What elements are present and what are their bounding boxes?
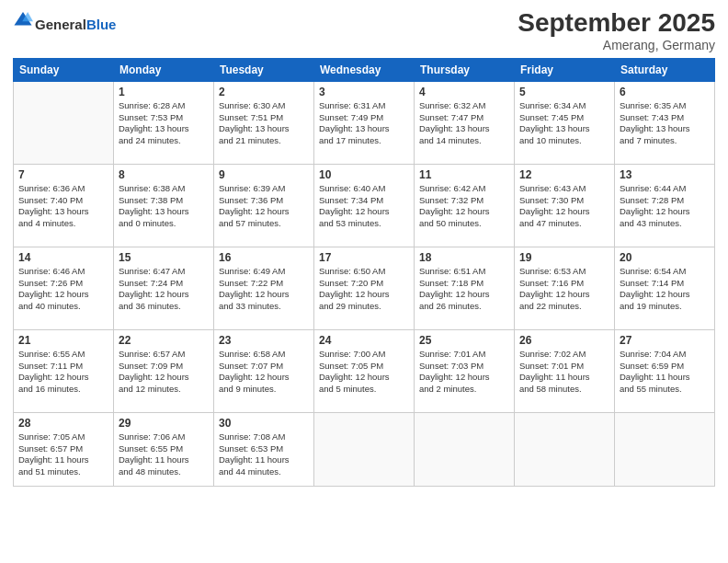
date-number: 30	[219, 417, 309, 430]
calendar-cell: 3Sunrise: 6:31 AM Sunset: 7:49 PM Daylig…	[314, 81, 415, 164]
date-number: 5	[519, 86, 609, 98]
calendar-cell: 14Sunrise: 6:46 AM Sunset: 7:26 PM Dayli…	[14, 247, 114, 329]
calendar-cell: 6Sunrise: 6:35 AM Sunset: 7:43 PM Daylig…	[615, 81, 715, 164]
calendar-cell: 29Sunrise: 7:06 AM Sunset: 6:55 PM Dayli…	[114, 412, 214, 486]
day-info: Sunrise: 7:05 AM Sunset: 6:57 PM Dayligh…	[18, 431, 108, 478]
calendar-cell: 2Sunrise: 6:30 AM Sunset: 7:51 PM Daylig…	[214, 81, 314, 164]
calendar-cell: 28Sunrise: 7:05 AM Sunset: 6:57 PM Dayli…	[14, 412, 114, 486]
date-number: 28	[18, 417, 108, 430]
day-header-cell: Tuesday	[214, 58, 314, 81]
logo-general-text: General	[35, 17, 86, 32]
title-area: September 2025 Amerang, Germany	[518, 9, 715, 52]
date-number: 16	[219, 251, 309, 264]
date-number: 15	[119, 251, 209, 264]
day-info: Sunrise: 6:44 AM Sunset: 7:28 PM Dayligh…	[620, 183, 710, 230]
date-number: 29	[119, 417, 209, 430]
calendar-week-row: 28Sunrise: 7:05 AM Sunset: 6:57 PM Dayli…	[14, 412, 715, 486]
calendar-cell: 21Sunrise: 6:55 AM Sunset: 7:11 PM Dayli…	[14, 329, 114, 412]
calendar-cell: 25Sunrise: 7:01 AM Sunset: 7:03 PM Dayli…	[415, 329, 515, 412]
calendar-cell: 18Sunrise: 6:51 AM Sunset: 7:18 PM Dayli…	[415, 247, 515, 329]
calendar-cell: 7Sunrise: 6:36 AM Sunset: 7:40 PM Daylig…	[14, 164, 114, 247]
calendar-cell: 27Sunrise: 7:04 AM Sunset: 6:59 PM Dayli…	[615, 329, 715, 412]
calendar-cell: 5Sunrise: 6:34 AM Sunset: 7:45 PM Daylig…	[515, 81, 615, 164]
day-info: Sunrise: 6:43 AM Sunset: 7:30 PM Dayligh…	[519, 183, 609, 230]
calendar-cell: 30Sunrise: 7:08 AM Sunset: 6:53 PM Dayli…	[214, 412, 314, 486]
logo: GeneralBlue	[13, 9, 116, 31]
calendar-cell: 13Sunrise: 6:44 AM Sunset: 7:28 PM Dayli…	[615, 164, 715, 247]
page-title: September 2025	[518, 9, 715, 38]
calendar-week-row: 1Sunrise: 6:28 AM Sunset: 7:53 PM Daylig…	[14, 81, 715, 164]
calendar-cell	[415, 412, 515, 486]
date-number: 14	[18, 251, 108, 264]
day-info: Sunrise: 6:30 AM Sunset: 7:51 PM Dayligh…	[219, 100, 309, 147]
day-info: Sunrise: 7:04 AM Sunset: 6:59 PM Dayligh…	[620, 349, 710, 396]
date-number: 25	[419, 334, 509, 347]
date-number: 21	[18, 334, 108, 347]
day-header-cell: Monday	[114, 58, 214, 81]
date-number: 11	[419, 168, 509, 181]
day-info: Sunrise: 6:51 AM Sunset: 7:18 PM Dayligh…	[419, 266, 509, 313]
date-number: 6	[620, 86, 710, 98]
calendar-cell: 11Sunrise: 6:42 AM Sunset: 7:32 PM Dayli…	[415, 164, 515, 247]
day-info: Sunrise: 7:01 AM Sunset: 7:03 PM Dayligh…	[419, 349, 509, 396]
calendar-cell: 1Sunrise: 6:28 AM Sunset: 7:53 PM Daylig…	[114, 81, 214, 164]
day-info: Sunrise: 6:49 AM Sunset: 7:22 PM Dayligh…	[219, 266, 309, 313]
date-number: 8	[119, 168, 209, 181]
day-info: Sunrise: 6:46 AM Sunset: 7:26 PM Dayligh…	[18, 266, 108, 313]
date-number: 23	[219, 334, 309, 347]
day-header-cell: Wednesday	[314, 58, 415, 81]
day-info: Sunrise: 6:38 AM Sunset: 7:38 PM Dayligh…	[119, 183, 209, 230]
calendar-cell	[615, 412, 715, 486]
date-number: 3	[319, 86, 409, 98]
day-info: Sunrise: 7:08 AM Sunset: 6:53 PM Dayligh…	[219, 431, 309, 478]
day-info: Sunrise: 6:35 AM Sunset: 7:43 PM Dayligh…	[620, 100, 710, 147]
calendar-cell: 26Sunrise: 7:02 AM Sunset: 7:01 PM Dayli…	[515, 329, 615, 412]
logo-icon	[13, 9, 33, 29]
day-header-cell: Saturday	[615, 58, 715, 81]
day-info: Sunrise: 7:06 AM Sunset: 6:55 PM Dayligh…	[119, 431, 209, 478]
calendar-cell: 15Sunrise: 6:47 AM Sunset: 7:24 PM Dayli…	[114, 247, 214, 329]
calendar-cell: 17Sunrise: 6:50 AM Sunset: 7:20 PM Dayli…	[314, 247, 415, 329]
calendar-cell	[314, 412, 415, 486]
calendar-cell: 16Sunrise: 6:49 AM Sunset: 7:22 PM Dayli…	[214, 247, 314, 329]
date-number: 7	[18, 168, 108, 181]
day-info: Sunrise: 6:47 AM Sunset: 7:24 PM Dayligh…	[119, 266, 209, 313]
day-info: Sunrise: 6:57 AM Sunset: 7:09 PM Dayligh…	[119, 349, 209, 396]
calendar-cell: 8Sunrise: 6:38 AM Sunset: 7:38 PM Daylig…	[114, 164, 214, 247]
day-header-row: SundayMondayTuesdayWednesdayThursdayFrid…	[14, 58, 715, 81]
day-info: Sunrise: 6:40 AM Sunset: 7:34 PM Dayligh…	[319, 183, 409, 230]
day-info: Sunrise: 6:53 AM Sunset: 7:16 PM Dayligh…	[519, 266, 609, 313]
day-info: Sunrise: 6:39 AM Sunset: 7:36 PM Dayligh…	[219, 183, 309, 230]
day-header-cell: Friday	[515, 58, 615, 81]
calendar-cell: 19Sunrise: 6:53 AM Sunset: 7:16 PM Dayli…	[515, 247, 615, 329]
calendar-table: SundayMondayTuesdayWednesdayThursdayFrid…	[13, 58, 715, 487]
calendar-cell: 23Sunrise: 6:58 AM Sunset: 7:07 PM Dayli…	[214, 329, 314, 412]
calendar-cell	[14, 81, 114, 164]
date-number: 24	[319, 334, 409, 347]
calendar-cell: 24Sunrise: 7:00 AM Sunset: 7:05 PM Dayli…	[314, 329, 415, 412]
date-number: 12	[519, 168, 609, 181]
page: GeneralBlue September 2025 Amerang, Germ…	[0, 0, 728, 563]
calendar-week-row: 21Sunrise: 6:55 AM Sunset: 7:11 PM Dayli…	[14, 329, 715, 412]
day-info: Sunrise: 6:55 AM Sunset: 7:11 PM Dayligh…	[18, 349, 108, 396]
page-subtitle: Amerang, Germany	[518, 38, 715, 52]
logo-blue-text: Blue	[86, 17, 117, 32]
day-header-cell: Sunday	[14, 58, 114, 81]
date-number: 4	[419, 86, 509, 98]
calendar-week-row: 7Sunrise: 6:36 AM Sunset: 7:40 PM Daylig…	[14, 164, 715, 247]
calendar-cell: 22Sunrise: 6:57 AM Sunset: 7:09 PM Dayli…	[114, 329, 214, 412]
date-number: 18	[419, 251, 509, 264]
calendar-cell: 20Sunrise: 6:54 AM Sunset: 7:14 PM Dayli…	[615, 247, 715, 329]
header: GeneralBlue September 2025 Amerang, Germ…	[13, 9, 715, 52]
date-number: 27	[620, 334, 710, 347]
day-info: Sunrise: 6:28 AM Sunset: 7:53 PM Dayligh…	[119, 100, 209, 147]
date-number: 22	[119, 334, 209, 347]
day-info: Sunrise: 6:34 AM Sunset: 7:45 PM Dayligh…	[519, 100, 609, 147]
day-info: Sunrise: 7:00 AM Sunset: 7:05 PM Dayligh…	[319, 349, 409, 396]
date-number: 1	[119, 86, 209, 98]
calendar-cell: 4Sunrise: 6:32 AM Sunset: 7:47 PM Daylig…	[415, 81, 515, 164]
date-number: 19	[519, 251, 609, 264]
calendar-cell	[515, 412, 615, 486]
day-info: Sunrise: 6:36 AM Sunset: 7:40 PM Dayligh…	[18, 183, 108, 230]
calendar-cell: 10Sunrise: 6:40 AM Sunset: 7:34 PM Dayli…	[314, 164, 415, 247]
